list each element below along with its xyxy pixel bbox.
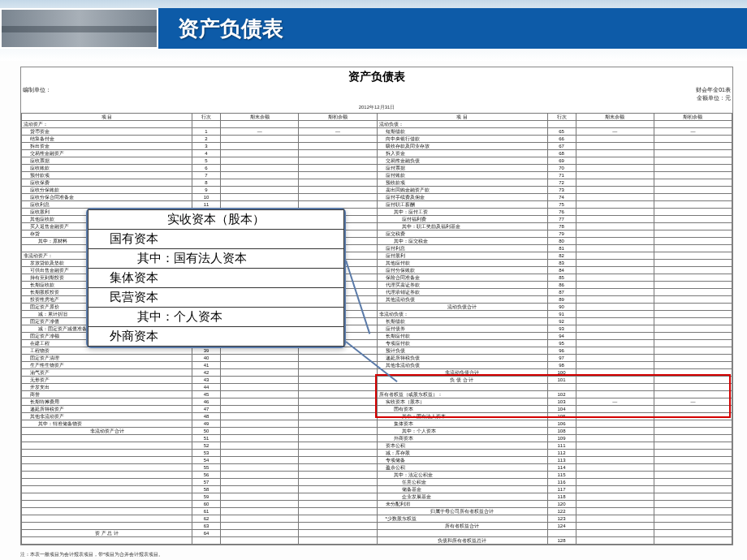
beg-bal: — xyxy=(654,128,732,136)
item-cell: 应收分保账款 xyxy=(22,187,192,194)
beg-bal xyxy=(654,172,732,179)
beg-bal xyxy=(299,187,377,194)
line-no: 124 xyxy=(547,523,576,530)
beg-bal xyxy=(654,187,732,194)
line-no: 70 xyxy=(547,165,576,172)
end-bal xyxy=(576,187,654,194)
item-cell: 盈余公积 xyxy=(377,464,547,472)
item-cell: 预付款项 xyxy=(22,172,192,179)
beg-bal xyxy=(654,282,732,289)
item-cell: 短期借款 xyxy=(377,128,547,136)
beg-bal xyxy=(654,289,732,296)
table-row: 58储备基金117 xyxy=(22,486,732,493)
item-cell: 交易性金融资产 xyxy=(22,150,192,157)
end-bal xyxy=(576,238,654,245)
item-cell: 任意公积金 xyxy=(377,479,547,486)
th-line-r: 行次 xyxy=(547,114,576,121)
beg-bal xyxy=(299,479,377,486)
item-cell: 应付利息 xyxy=(377,245,547,252)
end-bal xyxy=(576,157,654,165)
item-cell: 无形资产 xyxy=(22,377,192,384)
line-no: 97 xyxy=(547,355,576,362)
end-bal xyxy=(576,267,654,274)
line-no: 91 xyxy=(547,311,576,318)
line-no: 98 xyxy=(547,362,576,369)
beg-bal xyxy=(654,260,732,267)
table-row: 结算备付金2向中央银行借款66 xyxy=(22,136,732,143)
end-bal xyxy=(576,282,654,289)
item-cell: 递延所得税负债 xyxy=(377,355,547,362)
item-cell: 应交税费 xyxy=(377,230,547,238)
beg-bal xyxy=(299,150,377,157)
item-cell: 非流动资产合计 xyxy=(22,428,192,435)
end-bal xyxy=(221,413,299,420)
item-cell: 向中央银行借款 xyxy=(377,136,547,143)
beg-bal xyxy=(299,442,377,450)
beg-bal xyxy=(654,523,732,530)
end-bal xyxy=(221,172,299,179)
item-cell: 递延所得税资产 xyxy=(22,406,192,413)
beg-bal xyxy=(654,369,732,377)
end-bal xyxy=(576,457,654,464)
end-bal xyxy=(576,442,654,450)
beg-bal xyxy=(654,406,732,413)
beg-bal xyxy=(654,136,732,143)
beg-bal xyxy=(299,420,377,428)
item-cell: 非流动负债合计 xyxy=(377,369,547,377)
footnote: 注：本表一般项目为会计报表项目，带*项目为合并会计报表项目。 xyxy=(20,551,163,558)
beg-bal xyxy=(299,493,377,501)
item-cell: 油气资产 xyxy=(22,369,192,377)
end-bal xyxy=(221,194,299,201)
line-no: 116 xyxy=(547,479,576,486)
end-bal xyxy=(576,121,654,128)
line-no: 72 xyxy=(547,179,576,187)
item-cell: 外商资本 xyxy=(377,435,547,442)
item-cell: 减：库存股 xyxy=(377,450,547,457)
item-cell: 应付分保账款 xyxy=(377,267,547,274)
beg-bal xyxy=(299,450,377,457)
end-bal xyxy=(221,143,299,150)
th-line-l: 行次 xyxy=(192,114,221,121)
line-no: 67 xyxy=(547,143,576,150)
line-no: 52 xyxy=(192,442,221,450)
end-bal xyxy=(221,501,299,508)
beg-bal xyxy=(299,501,377,508)
line-no: 58 xyxy=(192,486,221,493)
end-bal xyxy=(221,472,299,479)
end-bal xyxy=(576,508,654,515)
end-bal xyxy=(576,252,654,260)
end-bal xyxy=(221,464,299,472)
org-label: 编制单位： xyxy=(23,86,51,102)
beg-bal xyxy=(299,179,377,187)
end-bal xyxy=(576,435,654,442)
end-bal xyxy=(576,384,654,391)
beg-bal xyxy=(299,530,377,537)
line-no: 92 xyxy=(547,318,576,325)
line-no: 82 xyxy=(547,252,576,260)
table-row: 货币资金1——短期借款65—— xyxy=(22,128,732,136)
beg-bal xyxy=(299,143,377,150)
beg-bal xyxy=(299,537,377,545)
end-bal xyxy=(221,136,299,143)
end-bal xyxy=(576,245,654,252)
callout-r2: 国有资本 xyxy=(89,230,344,249)
beg-bal xyxy=(654,223,732,230)
line-no: 78 xyxy=(547,223,576,230)
form-no: 财会年金01表 xyxy=(696,87,731,93)
line-no: 84 xyxy=(547,267,576,274)
table-row: 52资本公积111 xyxy=(22,442,732,450)
table-row: 开发支出44 xyxy=(22,384,732,391)
end-bal xyxy=(576,209,654,216)
beg-bal xyxy=(654,230,732,238)
end-bal xyxy=(221,420,299,428)
end-bal xyxy=(576,296,654,304)
end-bal xyxy=(221,442,299,450)
end-bal xyxy=(576,501,654,508)
callout-r7: 外商资本 xyxy=(89,327,344,347)
item-cell: 非流动负债： xyxy=(377,311,547,318)
line-no: 64 xyxy=(192,530,221,537)
end-bal xyxy=(576,347,654,355)
item-cell: 其中：应交税金 xyxy=(377,238,547,245)
item-cell: 长期待摊费用 xyxy=(22,398,192,406)
line-no: 66 xyxy=(547,136,576,143)
